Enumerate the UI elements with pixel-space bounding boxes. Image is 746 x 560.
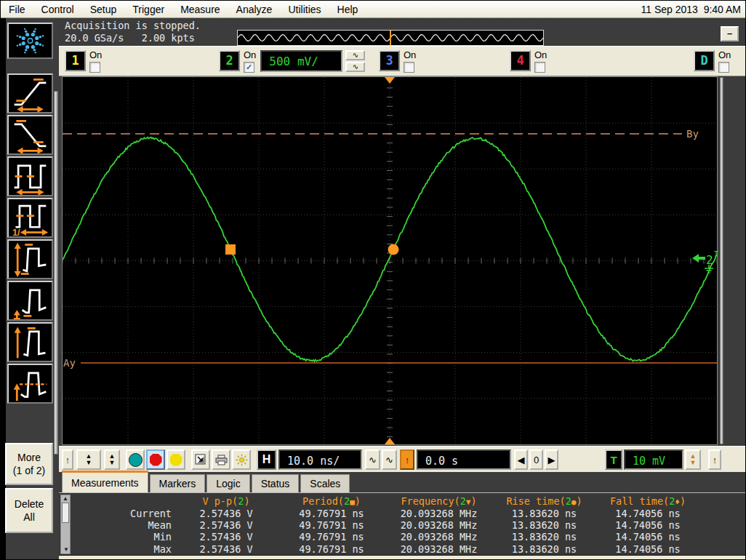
menu-analyze[interactable]: Analyze <box>228 2 281 17</box>
channel-4-on-checkbox[interactable] <box>534 62 545 73</box>
channel-2-scale-down-button[interactable]: ∿ <box>345 62 365 72</box>
results-tab-bar: Measurements Markers Logic Status Scales <box>59 472 746 492</box>
export-button[interactable] <box>191 449 210 470</box>
menu-trigger[interactable]: Trigger <box>124 2 172 17</box>
single-button[interactable] <box>167 449 185 470</box>
fall-time-icon <box>9 116 52 153</box>
channel-4-on-label: On <box>534 50 547 60</box>
export-icon <box>195 454 206 465</box>
acquisition-status-bar: Acquisition is stopped. 20.0 GSa/s 2.00 … <box>59 18 746 46</box>
print-button[interactable] <box>212 449 230 470</box>
plot-right-scrollbar[interactable] <box>720 77 723 444</box>
waveform-display[interactable]: ByAy2T <box>62 76 718 445</box>
delay-display[interactable]: 0.0 s <box>417 449 511 470</box>
clock-date: 11 Sep 2013 9:40 AM <box>641 4 746 15</box>
channel-4-button[interactable]: 4 <box>510 50 531 71</box>
channel-3-on-checkbox[interactable] <box>404 62 414 73</box>
meas-fall-time-button[interactable] <box>7 115 53 155</box>
display-brightness-button[interactable] <box>232 449 251 470</box>
trigger-time-bottom-marker <box>385 438 395 444</box>
channel-3-button[interactable]: 3 <box>379 50 400 71</box>
marker-square[interactable] <box>225 244 236 255</box>
tab-scales[interactable]: Scales <box>300 474 350 492</box>
acquisition-preview[interactable] <box>237 30 544 46</box>
delete-label-1: Delete <box>7 497 52 511</box>
trigger-slope-indicator-button[interactable]: ↑ <box>708 449 721 470</box>
trigger-time-top-marker <box>385 77 395 84</box>
col-header-frequency: Frequency(2▼) <box>390 495 488 507</box>
digital-channel-group: D On <box>694 50 731 73</box>
meas-vavg-button[interactable] <box>7 364 53 404</box>
delay-zero-button[interactable]: 0 <box>529 449 543 470</box>
agilent-spark-icon <box>9 24 52 57</box>
channel-2-on-checkbox[interactable]: ✓ <box>244 62 254 73</box>
menu-utilities[interactable]: Utilities <box>280 2 329 17</box>
svg-text:1/: 1/ <box>12 227 20 236</box>
digital-on-checkbox[interactable] <box>718 62 729 73</box>
more-measurements-button[interactable]: More (1 of 2) <box>5 443 53 485</box>
meas-vpp-button[interactable] <box>7 239 53 279</box>
delay-left-button[interactable]: ◀ <box>514 449 528 470</box>
cursor-up-button[interactable]: ↑ <box>62 449 73 470</box>
meas-vmin-button[interactable] <box>7 281 53 321</box>
v-peak-peak-icon <box>9 241 52 278</box>
frequency-icon: 1/ <box>9 199 52 236</box>
run-button[interactable] <box>126 449 145 470</box>
window-bottom-strip <box>59 556 746 560</box>
trigger-slope-button[interactable]: ↑ <box>400 449 414 470</box>
menu-measure[interactable]: Measure <box>172 2 228 17</box>
channel-2-scale-display[interactable]: 500 mV/ <box>260 50 342 72</box>
menu-control[interactable]: Control <box>33 2 82 17</box>
channel-2-button[interactable]: 2 <box>219 50 240 71</box>
menu-help[interactable]: Help <box>329 2 366 17</box>
timebase-display[interactable]: 10.0 ns/ <box>278 449 362 470</box>
meas-vmax-button[interactable] <box>7 322 53 362</box>
channel-1-on-checkbox[interactable] <box>89 62 100 73</box>
oscilloscope-window: File Control Setup Trigger Measure Analy… <box>0 0 746 560</box>
minimize-button[interactable]: – <box>721 26 739 41</box>
meas-frequency-button[interactable]: 1/ <box>7 198 53 238</box>
period-icon <box>9 158 52 195</box>
measurement-sidebar: 1/ <box>1 18 59 560</box>
channel-2-on-label: On <box>244 50 256 60</box>
measurements-header-row: V p-p(2) Period(2■) Frequency(2▼) Rise t… <box>73 495 737 507</box>
meas-period-button[interactable] <box>7 156 53 196</box>
horizontal-setup-button[interactable]: H <box>257 449 276 470</box>
trigger-setup-button[interactable]: T <box>605 449 622 470</box>
col-header-period: Period(2■) <box>273 495 390 507</box>
tab-markers[interactable]: Markers <box>150 474 206 492</box>
channel-3-group: 3 On <box>379 50 416 73</box>
delete-all-button[interactable]: Delete All <box>5 488 53 533</box>
tab-measurements[interactable]: Measurements <box>62 471 148 492</box>
marker-circle[interactable] <box>388 244 399 255</box>
measurements-scrollbar[interactable]: ▲▼ <box>60 495 71 554</box>
vertical-stepper-coarse[interactable]: ▲▼ <box>76 449 101 470</box>
channel-1-button[interactable]: 1 <box>65 50 86 71</box>
sidebar-scrollbar[interactable] <box>54 91 58 455</box>
delay-right-button[interactable]: ▶ <box>545 449 558 470</box>
channel-1-on-label: On <box>89 50 102 60</box>
vertical-stepper-fine[interactable]: ▲▼ <box>104 449 120 470</box>
marker-ay-label: Ay <box>63 357 76 369</box>
col-header-fall-time: Fall time(2♦) <box>601 495 695 507</box>
stop-button[interactable] <box>146 449 165 470</box>
meas-rise-time-button[interactable] <box>7 73 53 113</box>
agilent-logo-button[interactable] <box>7 23 53 59</box>
marker-by-label: By <box>686 128 699 140</box>
digital-channel-button[interactable]: D <box>694 50 715 71</box>
menu-setup[interactable]: Setup <box>82 2 125 17</box>
waveform-grid: ByAy2T <box>63 77 717 444</box>
tab-logic[interactable]: Logic <box>206 474 249 492</box>
measurements-row-max: Max 2.57436 V 49.76791 ns 20.093268 MHz … <box>73 543 737 555</box>
trigger-level-display[interactable]: 10 mV <box>624 449 683 470</box>
preview-waveform <box>238 31 543 45</box>
channel-2-scale-up-button[interactable]: ∿ <box>345 50 365 60</box>
timebase-zoom-in-button[interactable]: ∿ <box>382 449 397 470</box>
col-header-rise-time: Rise time(2●) <box>488 495 601 507</box>
tab-status[interactable]: Status <box>252 474 300 492</box>
menu-file[interactable]: File <box>1 2 33 17</box>
printer-icon <box>215 455 228 465</box>
timebase-zoom-out-button[interactable]: ∿ <box>365 449 380 470</box>
trigger-level-stepper[interactable]: ▲▼ <box>685 449 701 470</box>
v-max-icon <box>9 324 52 361</box>
